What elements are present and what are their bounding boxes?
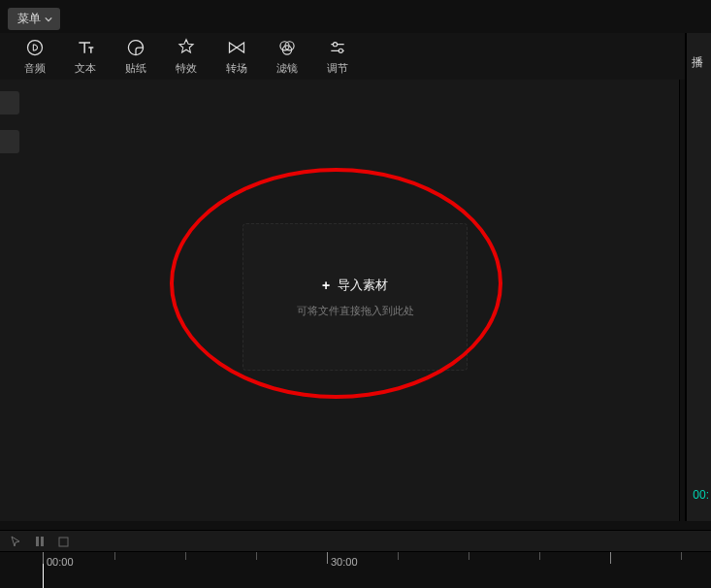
stop-icon[interactable]: [58, 537, 69, 547]
tab-sticker[interactable]: 贴纸: [111, 38, 161, 76]
preview-tab-char[interactable]: 播: [692, 54, 703, 71]
import-title: 导入素材: [338, 277, 388, 294]
adjust-icon: [328, 38, 347, 57]
ruler-tick: [43, 552, 44, 564]
audio-icon: [25, 38, 45, 57]
svg-rect-6: [36, 537, 39, 546]
import-dropzone[interactable]: + 导入素材 可将文件直接拖入到此处: [242, 223, 468, 371]
svg-rect-8: [59, 538, 68, 546]
tab-label: 滤镜: [276, 61, 298, 76]
ruler-tick: [610, 552, 611, 564]
ruler-label-1: 30:00: [331, 556, 358, 568]
svg-point-4: [333, 42, 337, 46]
ruler-label-0: 00:00: [47, 556, 74, 568]
app-root: 菜单 音频 文本 贴纸 特效 转场 滤镜 调: [0, 0, 711, 588]
ruler-tick: [114, 552, 115, 560]
effect-icon: [177, 38, 196, 57]
ruler-tick: [681, 552, 682, 560]
tab-label: 调节: [327, 61, 348, 76]
import-title-row: + 导入素材: [322, 277, 388, 294]
ruler-tick: [327, 552, 328, 564]
timeline-ruler[interactable]: 00:00 30:00: [0, 551, 711, 588]
tab-audio[interactable]: 音频: [10, 38, 60, 76]
preview-panel-edge: 播 00:: [685, 33, 711, 521]
side-tab-2[interactable]: [0, 130, 19, 153]
timeline-controls: [0, 530, 711, 552]
tab-transition[interactable]: 转场: [211, 38, 262, 76]
transition-icon: [227, 38, 246, 57]
tab-effect[interactable]: 特效: [161, 38, 211, 76]
tab-filter[interactable]: 滤镜: [262, 38, 312, 76]
ruler-tick: [398, 552, 399, 560]
import-subtitle: 可将文件直接拖入到此处: [297, 304, 414, 318]
pointer-tool-icon[interactable]: [10, 536, 21, 547]
svg-point-0: [28, 40, 43, 54]
svg-point-5: [339, 49, 342, 52]
ruler-tick: [469, 552, 469, 560]
filter-icon: [277, 38, 297, 57]
tab-text[interactable]: 文本: [60, 38, 111, 76]
chevron-down-icon: [45, 16, 52, 23]
ruler-tick: [539, 552, 540, 560]
ruler-tick: [185, 552, 186, 560]
svg-rect-7: [41, 537, 44, 546]
preview-timecode: 00:: [693, 488, 709, 502]
menu-button[interactable]: 菜单: [8, 8, 60, 30]
tab-label: 贴纸: [125, 61, 146, 76]
side-tab-1[interactable]: [0, 91, 19, 114]
ruler-tick: [256, 552, 257, 560]
text-icon: [76, 38, 95, 57]
menu-label: 菜单: [17, 11, 41, 27]
plus-icon: +: [322, 278, 330, 293]
tab-label: 转场: [226, 61, 247, 76]
tab-label: 音频: [24, 61, 46, 76]
sticker-icon: [126, 38, 145, 57]
tab-label: 特效: [176, 61, 197, 76]
tab-label: 文本: [75, 61, 96, 76]
tab-adjust[interactable]: 调节: [312, 38, 363, 76]
pause-icon[interactable]: [35, 536, 45, 547]
media-toolbar: 音频 文本 贴纸 特效 转场 滤镜 调节: [0, 33, 689, 80]
